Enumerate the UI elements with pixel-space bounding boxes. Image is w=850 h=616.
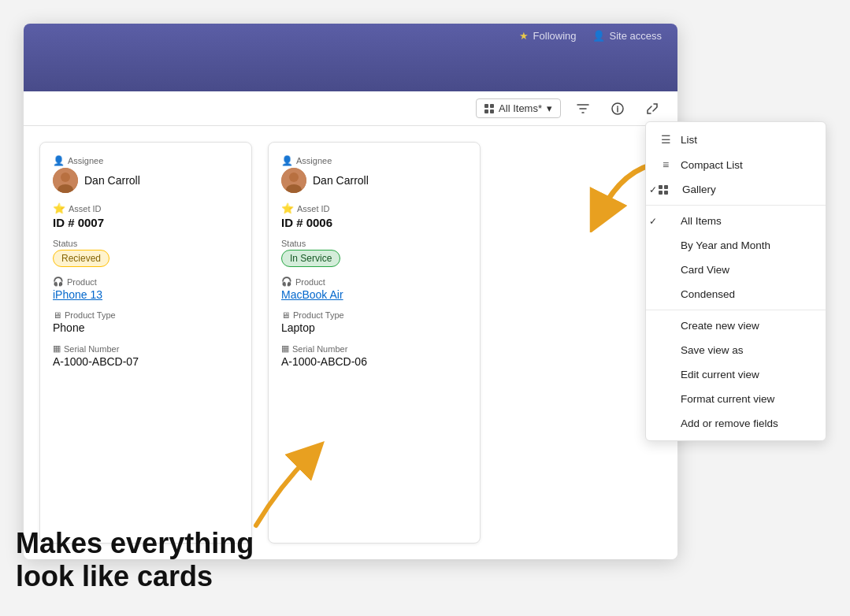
asset-id-field: ⭐ Asset ID ID # 0007: [53, 202, 239, 229]
person-icon: 👤: [53, 155, 65, 166]
menu-label-by-year: By Year and Month: [681, 239, 770, 251]
menu-label-format-view: Format current view: [681, 393, 774, 405]
compact-icon: ≡: [659, 158, 673, 171]
gallery-icon: [659, 185, 673, 195]
menu-item-condensed[interactable]: Condensed: [646, 282, 826, 306]
menu-divider-2: [646, 310, 826, 310]
cards-area: 👤 Assignee Dan Carroll ⭐: [24, 126, 677, 559]
person-icon: 👤: [281, 155, 293, 166]
menu-divider: [646, 205, 826, 206]
menu-label-list: List: [681, 134, 697, 146]
menu-label-compact: Compact List: [681, 159, 743, 171]
svg-point-2: [61, 173, 70, 182]
menu-item-list[interactable]: ☰ List: [646, 127, 826, 152]
product-field: 🎧 Product iPhone 13: [53, 276, 239, 301]
menu-label-condensed: Condensed: [681, 288, 735, 300]
assignee-row: Dan Carroll: [281, 168, 467, 193]
asset-id-value: ID # 0007: [53, 216, 239, 229]
annotation-bottom-line2: look like cards: [16, 560, 254, 592]
menu-item-save-view[interactable]: Save view as: [646, 338, 826, 362]
assignee-field: 👤 Assignee Dan Carroll: [53, 155, 239, 193]
expand-icon: [646, 102, 659, 115]
star-icon: ⭐: [53, 202, 65, 214]
serial-field: ▦ Serial Number A-1000-ABCD-07: [53, 343, 239, 368]
menu-label-gallery: Gallery: [682, 184, 716, 195]
product-type-field: 🖥 Product Type Phone: [53, 310, 239, 334]
filter-icon: [577, 102, 589, 115]
info-icon: [611, 102, 624, 115]
header-bar: ★ Following 👤 Site access All Items* ▾: [24, 24, 677, 126]
svg-point-5: [289, 173, 299, 182]
chevron-down-icon: ▾: [547, 102, 552, 114]
assignee-name: Dan Carroll: [84, 174, 140, 187]
serial-value: A-1000-ABCD-06: [281, 355, 467, 368]
second-toolbar: All Items* ▾: [24, 91, 677, 126]
menu-item-card-view[interactable]: Card View: [646, 258, 826, 282]
menu-label-edit-view: Edit current view: [681, 369, 759, 380]
serial-label: ▦ Serial Number: [53, 343, 239, 354]
asset-id-field: ⭐ Asset ID ID # 0006: [281, 202, 467, 229]
expand-button[interactable]: [640, 96, 665, 121]
menu-label-save-view: Save view as: [681, 344, 744, 356]
product-label: 🎧 Product: [53, 276, 239, 287]
site-access-label: Site access: [610, 30, 662, 42]
product-value[interactable]: MacBook Air: [281, 288, 467, 301]
device-icon: 🖥: [281, 310, 290, 320]
top-toolbar: ★ Following 👤 Site access: [24, 24, 677, 48]
avatar-svg: [281, 168, 306, 193]
view-selector[interactable]: All Items* ▾: [476, 98, 561, 118]
browser-window: ★ Following 👤 Site access All Items* ▾: [24, 24, 677, 559]
dropdown-menu: ☰ List ≡ Compact List Gallery All Items …: [645, 121, 826, 441]
menu-item-gallery[interactable]: Gallery: [646, 177, 826, 202]
menu-label-add-fields: Add or remove fields: [681, 417, 778, 429]
menu-item-format-view[interactable]: Format current view: [646, 387, 826, 411]
site-access-button[interactable]: 👤 Site access: [592, 30, 662, 42]
assignee-name: Dan Carroll: [313, 174, 369, 187]
person-icon: 👤: [592, 30, 605, 42]
following-button[interactable]: ★ Following: [519, 30, 577, 42]
menu-label-card-view: Card View: [681, 264, 729, 276]
view-label: All Items*: [499, 102, 542, 114]
product-type-label: 🖥 Product Type: [53, 310, 239, 320]
status-badge: Recieved: [53, 250, 109, 267]
headset-icon: 🎧: [281, 276, 292, 287]
annotation-bottom: Makes everything look like cards: [16, 527, 254, 592]
avatar: [53, 168, 78, 193]
device-icon: 🖥: [53, 310, 61, 320]
assignee-row: Dan Carroll: [53, 168, 239, 193]
grid-icon: [484, 104, 494, 113]
card-item: 👤 Assignee Dan Carroll ⭐: [39, 142, 252, 544]
status-badge: In Service: [281, 250, 340, 267]
card-item: 👤 Assignee Dan Carroll ⭐: [268, 142, 481, 544]
assignee-label: 👤 Assignee: [53, 155, 239, 166]
asset-id-label: ⭐ Asset ID: [281, 202, 467, 214]
menu-item-by-year[interactable]: By Year and Month: [646, 233, 826, 258]
menu-item-edit-view[interactable]: Edit current view: [646, 362, 826, 387]
annotation-bottom-line1: Makes everything: [16, 527, 254, 559]
menu-item-compact[interactable]: ≡ Compact List: [646, 152, 826, 177]
following-label: Following: [533, 30, 577, 42]
product-type-field: 🖥 Product Type Laptop: [281, 310, 467, 334]
product-value[interactable]: iPhone 13: [53, 288, 239, 301]
product-type-value: Laptop: [281, 321, 467, 334]
product-label: 🎧 Product: [281, 276, 467, 287]
assignee-field: 👤 Assignee Dan Carroll: [281, 155, 467, 193]
product-type-value: Phone: [53, 321, 239, 334]
status-label: Status: [53, 239, 239, 248]
info-button[interactable]: [605, 96, 630, 121]
menu-item-all-items[interactable]: All Items: [646, 209, 826, 233]
avatar-svg: [53, 168, 78, 193]
menu-label-all-items: All Items: [681, 215, 722, 227]
menu-item-create-view[interactable]: Create new view: [646, 314, 826, 338]
star-icon: ⭐: [281, 202, 294, 214]
barcode-icon: ▦: [53, 343, 61, 354]
serial-value: A-1000-ABCD-07: [53, 355, 239, 368]
assignee-label: 👤 Assignee: [281, 155, 467, 166]
serial-field: ▦ Serial Number A-1000-ABCD-06: [281, 343, 467, 368]
asset-id-label: ⭐ Asset ID: [53, 202, 239, 214]
filter-button[interactable]: [570, 96, 596, 121]
menu-item-add-fields[interactable]: Add or remove fields: [646, 411, 826, 436]
product-type-label: 🖥 Product Type: [281, 310, 467, 320]
status-field: Status In Service: [281, 239, 467, 267]
headset-icon: 🎧: [53, 276, 64, 287]
